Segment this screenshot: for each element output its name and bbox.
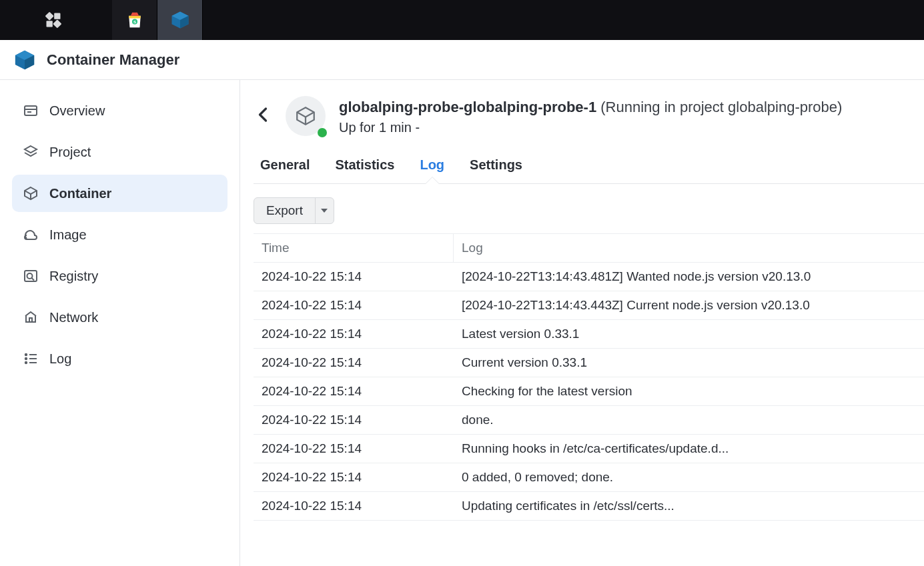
log-row[interactable]: 2024-10-22 15:14done. (254, 406, 924, 435)
log-row[interactable]: 2024-10-22 15:14Running hooks in /etc/ca… (254, 435, 924, 463)
col-header-log[interactable]: Log (454, 234, 924, 262)
svg-rect-3 (53, 19, 61, 28)
log-table: Time Log 2024-10-22 15:14[2024-10-22T13:… (254, 233, 924, 521)
svg-rect-2 (47, 21, 53, 27)
registry-icon (23, 268, 39, 284)
sidebar-item-overview[interactable]: Overview (12, 92, 227, 129)
log-row[interactable]: 2024-10-22 15:14Latest version 0.33.1 (254, 320, 924, 349)
svg-point-19 (27, 273, 33, 279)
sidebar-item-label: Container (49, 186, 111, 201)
sidebar-item-label: Overview (49, 103, 105, 119)
sidebar-item-label: Log (49, 351, 71, 367)
svg-marker-30 (321, 209, 328, 213)
container-avatar (286, 96, 326, 136)
log-toolbar: Export (254, 184, 924, 233)
col-header-time[interactable]: Time (254, 234, 454, 262)
export-button[interactable]: Export (254, 198, 315, 223)
log-cell-time: 2024-10-22 15:14 (254, 463, 454, 491)
os-topbar: S (0, 0, 924, 40)
app-logo (13, 49, 36, 71)
sidebar-item-log[interactable]: Log (12, 340, 227, 377)
log-cell-msg: Updating certificates in /etc/ssl/certs.… (454, 492, 924, 520)
svg-marker-15 (25, 146, 37, 153)
log-cell-time: 2024-10-22 15:14 (254, 435, 454, 463)
sidebar: OverviewProjectContainerImageRegistryNet… (0, 80, 240, 566)
svg-rect-21 (29, 318, 32, 322)
container-app-icon (170, 10, 190, 30)
sidebar-item-label: Registry (49, 269, 98, 284)
window-tab-store[interactable]: S (112, 0, 157, 40)
app-bar: Container Manager (0, 40, 924, 80)
detail-title: globalping-probe-globalping-probe-1 (Run… (339, 99, 842, 116)
sidebar-item-image[interactable]: Image (12, 216, 227, 253)
project-icon (23, 144, 39, 160)
tab-log[interactable]: Log (420, 152, 444, 183)
container-name: globalping-probe-globalping-probe-1 (339, 99, 596, 115)
log-cell-time: 2024-10-22 15:14 (254, 349, 454, 377)
sidebar-item-project[interactable]: Project (12, 133, 227, 171)
network-icon (23, 309, 39, 325)
log-row[interactable]: 2024-10-22 15:14Checking for the latest … (254, 377, 924, 406)
log-cell-msg: [2024-10-22T13:14:43.481Z] Wanted node.j… (454, 263, 924, 291)
tab-general[interactable]: General (260, 152, 310, 183)
log-cell-msg: done. (454, 406, 924, 434)
container-icon (23, 185, 39, 201)
log-cell-msg: Checking for the latest version (454, 377, 924, 405)
log-cell-msg: [2024-10-22T13:14:43.443Z] Current node.… (454, 291, 924, 319)
log-cell-msg: 0 added, 0 removed; done. (454, 463, 924, 491)
detail-title-row: globalping-probe-globalping-probe-1 (Run… (339, 96, 842, 135)
svg-point-23 (25, 358, 27, 359)
chevron-left-icon (258, 107, 268, 123)
sidebar-item-container[interactable]: Container (12, 175, 227, 212)
overview-icon (23, 103, 39, 119)
launcher-button[interactable] (0, 0, 107, 40)
log-cell-msg: Latest version 0.33.1 (454, 320, 924, 348)
log-row[interactable]: 2024-10-22 15:14Current version 0.33.1 (254, 349, 924, 377)
container-info: (Running in project globalping-probe) (600, 99, 842, 115)
window-tab-container-manager[interactable] (157, 0, 203, 40)
log-cell-time: 2024-10-22 15:14 (254, 263, 454, 291)
svg-point-24 (25, 362, 27, 363)
log-cell-time: 2024-10-22 15:14 (254, 291, 454, 319)
chevron-down-icon (321, 209, 328, 213)
log-row[interactable]: 2024-10-22 15:14[2024-10-22T13:14:43.481… (254, 263, 924, 291)
log-icon (23, 351, 39, 367)
main: OverviewProjectContainerImageRegistryNet… (0, 80, 924, 566)
app-title: Container Manager (47, 51, 179, 69)
status-running-dot (318, 128, 327, 137)
svg-rect-0 (45, 12, 54, 21)
log-cell-msg: Current version 0.33.1 (454, 349, 924, 377)
log-row[interactable]: 2024-10-22 15:14[2024-10-22T13:14:43.443… (254, 291, 924, 320)
grid-apps-icon (44, 11, 63, 29)
log-cell-time: 2024-10-22 15:14 (254, 406, 454, 434)
sidebar-item-label: Network (49, 310, 98, 325)
svg-rect-1 (54, 13, 60, 19)
cube-icon (294, 105, 317, 127)
svg-text:S: S (133, 19, 135, 24)
detail-header: globalping-probe-globalping-probe-1 (Run… (254, 96, 924, 136)
log-cell-time: 2024-10-22 15:14 (254, 320, 454, 348)
svg-point-22 (25, 354, 27, 355)
log-row[interactable]: 2024-10-22 15:140 added, 0 removed; done… (254, 463, 924, 492)
log-cell-msg: Running hooks in /etc/ca-certificates/up… (454, 435, 924, 463)
back-button[interactable] (254, 96, 272, 128)
sidebar-item-label: Image (49, 227, 87, 243)
sidebar-item-network[interactable]: Network (12, 299, 227, 336)
export-dropdown-caret[interactable] (315, 198, 334, 223)
tab-statistics[interactable]: Statistics (335, 152, 394, 183)
svg-rect-12 (25, 106, 37, 115)
container-subtitle: Up for 1 min - (339, 120, 842, 135)
tab-settings[interactable]: Settings (470, 152, 522, 183)
container-app-icon (13, 49, 36, 71)
sidebar-item-label: Project (49, 145, 91, 160)
content: globalping-probe-globalping-probe-1 (Run… (240, 80, 924, 566)
image-icon (23, 227, 39, 243)
shopping-bag-icon: S (125, 10, 145, 30)
log-row[interactable]: 2024-10-22 15:14Updating certificates in… (254, 492, 924, 521)
export-split-button: Export (254, 197, 334, 224)
sidebar-item-registry[interactable]: Registry (12, 257, 227, 295)
log-cell-time: 2024-10-22 15:14 (254, 492, 454, 520)
detail-tabs: GeneralStatisticsLogSettings (254, 152, 924, 184)
svg-line-20 (32, 278, 35, 281)
log-cell-time: 2024-10-22 15:14 (254, 377, 454, 405)
